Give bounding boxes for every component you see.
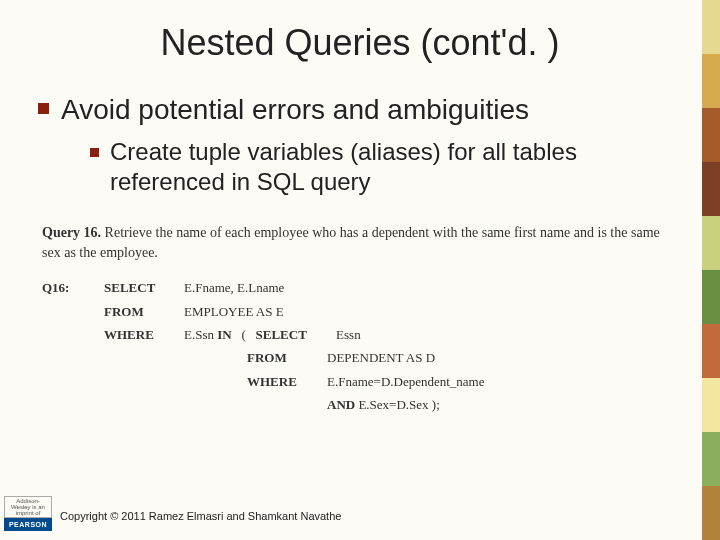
val-where: E.Ssn IN ( SELECT Essn [184,323,678,346]
slide-title: Nested Queries (cont'd. ) [0,22,720,64]
bullet-icon [90,148,99,157]
kw-from: FROM [104,300,184,323]
bullet-level2: Create tuple variables (aliases) for all… [90,137,670,197]
query-block: Query 16. Retrieve the name of each empl… [42,223,678,417]
bullet-level1-text: Avoid potential errors and ambiguities [61,92,529,127]
val-select: E.Fname, E.Lname [184,276,678,299]
kw-where: WHERE [104,323,184,346]
bullet-icon [38,103,49,114]
copyright-text: Copyright © 2011 Ramez Elmasri and Shamk… [60,510,341,522]
query-label: Q16: [42,276,104,299]
query-heading: Query 16. Retrieve the name of each empl… [42,223,678,262]
publisher-logo: Addison-Wesley is an imprint of PEARSON [4,496,52,536]
bullet-level2-text: Create tuple variables (aliases) for all… [110,137,670,197]
kw-inner-where: WHERE [247,370,327,393]
decorative-right-band [702,0,720,540]
val-inner-from: DEPENDENT AS D [327,346,678,369]
val-inner-and: AND E.Sex=D.Sex ); [327,393,678,416]
query-heading-bold: Query 16. [42,225,101,240]
val-from: EMPLOYEE AS E [184,300,678,323]
query-heading-text: Retrieve the name of each employee who h… [42,225,660,260]
kw-inner-from: FROM [247,346,327,369]
bullet-level1: Avoid potential errors and ambiguities [38,92,670,127]
footer: Addison-Wesley is an imprint of PEARSON … [0,492,720,540]
logo-top-text: Addison-Wesley is an imprint of [4,496,52,518]
logo-bottom-text: PEARSON [4,518,52,531]
kw-select: SELECT [104,276,184,299]
val-inner-where: E.Fname=D.Dependent_name [327,370,678,393]
query-code: Q16: SELECT E.Fname, E.Lname FROM EMPLOY… [42,276,678,416]
